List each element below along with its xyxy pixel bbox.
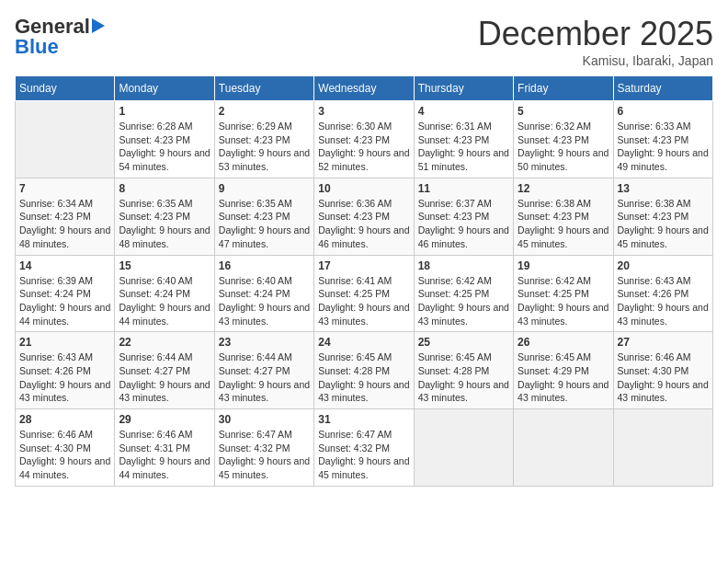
calendar-cell: 8Sunrise: 6:35 AMSunset: 4:23 PMDaylight… [115, 178, 214, 255]
calendar-cell: 14Sunrise: 6:39 AMSunset: 4:24 PMDayligh… [16, 255, 115, 332]
calendar-cell: 17Sunrise: 6:41 AMSunset: 4:25 PMDayligh… [314, 255, 414, 332]
calendar-cell: 20Sunrise: 6:43 AMSunset: 4:26 PMDayligh… [613, 255, 712, 332]
day-number: 15 [119, 259, 210, 272]
day-number: 21 [19, 336, 110, 349]
day-number: 29 [119, 413, 210, 426]
day-number: 26 [518, 336, 609, 349]
day-number: 30 [219, 413, 310, 426]
calendar-week-row: 28Sunrise: 6:46 AMSunset: 4:30 PMDayligh… [16, 409, 713, 487]
day-info: Sunrise: 6:38 AMSunset: 4:23 PMDaylight:… [518, 197, 609, 251]
day-number: 9 [219, 182, 310, 195]
day-number: 31 [318, 413, 409, 426]
day-info: Sunrise: 6:32 AMSunset: 4:23 PMDaylight:… [518, 120, 609, 174]
calendar-cell: 30Sunrise: 6:47 AMSunset: 4:32 PMDayligh… [214, 409, 313, 487]
month-title: December 2025 [478, 15, 713, 53]
calendar-cell: 26Sunrise: 6:45 AMSunset: 4:29 PMDayligh… [514, 332, 613, 409]
day-info: Sunrise: 6:47 AMSunset: 4:32 PMDaylight:… [219, 428, 310, 482]
calendar-cell: 15Sunrise: 6:40 AMSunset: 4:24 PMDayligh… [115, 255, 214, 332]
day-of-week-header: Wednesday [314, 76, 414, 101]
day-number: 24 [318, 336, 409, 349]
day-number: 16 [219, 259, 310, 272]
day-info: Sunrise: 6:45 AMSunset: 4:28 PMDaylight:… [318, 350, 409, 405]
day-info: Sunrise: 6:43 AMSunset: 4:26 PMDaylight:… [19, 350, 110, 405]
calendar-cell: 31Sunrise: 6:47 AMSunset: 4:32 PMDayligh… [314, 409, 414, 487]
day-number: 23 [219, 336, 310, 349]
day-number: 17 [318, 259, 409, 272]
day-info: Sunrise: 6:34 AMSunset: 4:23 PMDaylight:… [19, 197, 110, 251]
day-number: 5 [518, 105, 609, 118]
day-info: Sunrise: 6:40 AMSunset: 4:24 PMDaylight:… [119, 274, 210, 328]
day-info: Sunrise: 6:33 AMSunset: 4:23 PMDaylight:… [618, 120, 709, 174]
calendar-cell [16, 101, 115, 178]
day-number: 8 [119, 182, 210, 195]
day-info: Sunrise: 6:40 AMSunset: 4:24 PMDaylight:… [219, 274, 310, 328]
calendar-cell [613, 409, 712, 487]
calendar-cell: 12Sunrise: 6:38 AMSunset: 4:23 PMDayligh… [514, 178, 613, 255]
day-number: 2 [219, 105, 310, 118]
logo: General Blue [15, 15, 105, 59]
day-number: 13 [618, 182, 709, 195]
calendar-cell: 23Sunrise: 6:44 AMSunset: 4:27 PMDayligh… [214, 332, 313, 409]
day-number: 27 [618, 336, 709, 349]
calendar-cell: 10Sunrise: 6:36 AMSunset: 4:23 PMDayligh… [314, 178, 414, 255]
title-block: December 2025 Kamisu, Ibaraki, Japan [478, 15, 713, 68]
calendar-week-row: 14Sunrise: 6:39 AMSunset: 4:24 PMDayligh… [16, 255, 713, 332]
day-number: 25 [418, 336, 509, 349]
day-of-week-header: Tuesday [214, 76, 313, 101]
day-number: 22 [119, 336, 210, 349]
day-info: Sunrise: 6:39 AMSunset: 4:24 PMDaylight:… [19, 274, 110, 328]
day-info: Sunrise: 6:28 AMSunset: 4:23 PMDaylight:… [119, 120, 210, 174]
day-number: 4 [418, 105, 509, 118]
day-info: Sunrise: 6:45 AMSunset: 4:28 PMDaylight:… [418, 350, 509, 405]
day-info: Sunrise: 6:36 AMSunset: 4:23 PMDaylight:… [318, 197, 409, 251]
day-of-week-header: Saturday [613, 76, 712, 101]
day-number: 12 [518, 182, 609, 195]
calendar-cell [514, 409, 613, 487]
day-info: Sunrise: 6:42 AMSunset: 4:25 PMDaylight:… [418, 274, 509, 328]
day-of-week-header: Sunday [16, 76, 115, 101]
day-info: Sunrise: 6:43 AMSunset: 4:26 PMDaylight:… [618, 274, 709, 328]
day-of-week-header: Monday [115, 76, 214, 101]
day-info: Sunrise: 6:44 AMSunset: 4:27 PMDaylight:… [119, 350, 210, 405]
calendar-cell: 11Sunrise: 6:37 AMSunset: 4:23 PMDayligh… [414, 178, 513, 255]
day-info: Sunrise: 6:46 AMSunset: 4:31 PMDaylight:… [119, 428, 210, 482]
day-number: 14 [19, 259, 110, 272]
day-number: 3 [318, 105, 409, 118]
day-of-week-header: Friday [514, 76, 613, 101]
day-info: Sunrise: 6:47 AMSunset: 4:32 PMDaylight:… [318, 428, 409, 482]
day-number: 19 [518, 259, 609, 272]
calendar-cell: 1Sunrise: 6:28 AMSunset: 4:23 PMDaylight… [115, 101, 214, 178]
day-number: 7 [19, 182, 110, 195]
calendar-week-row: 21Sunrise: 6:43 AMSunset: 4:26 PMDayligh… [16, 332, 713, 409]
calendar-cell: 29Sunrise: 6:46 AMSunset: 4:31 PMDayligh… [115, 409, 214, 487]
day-info: Sunrise: 6:31 AMSunset: 4:23 PMDaylight:… [418, 120, 509, 174]
day-info: Sunrise: 6:45 AMSunset: 4:29 PMDaylight:… [518, 350, 609, 405]
calendar-cell: 16Sunrise: 6:40 AMSunset: 4:24 PMDayligh… [214, 255, 313, 332]
calendar-cell: 24Sunrise: 6:45 AMSunset: 4:28 PMDayligh… [314, 332, 414, 409]
calendar-cell: 6Sunrise: 6:33 AMSunset: 4:23 PMDaylight… [613, 101, 712, 178]
day-info: Sunrise: 6:38 AMSunset: 4:23 PMDaylight:… [618, 197, 709, 251]
day-info: Sunrise: 6:41 AMSunset: 4:25 PMDaylight:… [318, 274, 409, 328]
logo-blue-text: Blue [15, 35, 59, 58]
calendar-header-row: SundayMondayTuesdayWednesdayThursdayFrid… [16, 76, 713, 101]
day-of-week-header: Thursday [414, 76, 513, 101]
calendar-cell: 4Sunrise: 6:31 AMSunset: 4:23 PMDaylight… [414, 101, 513, 178]
day-number: 6 [618, 105, 709, 118]
calendar-cell: 5Sunrise: 6:32 AMSunset: 4:23 PMDaylight… [514, 101, 613, 178]
page-header: General Blue December 2025 Kamisu, Ibara… [15, 15, 713, 68]
day-info: Sunrise: 6:35 AMSunset: 4:23 PMDaylight:… [219, 197, 310, 251]
day-info: Sunrise: 6:46 AMSunset: 4:30 PMDaylight:… [19, 428, 110, 482]
calendar-cell: 9Sunrise: 6:35 AMSunset: 4:23 PMDaylight… [214, 178, 313, 255]
calendar-cell: 7Sunrise: 6:34 AMSunset: 4:23 PMDaylight… [16, 178, 115, 255]
logo-arrow-icon [92, 18, 105, 33]
day-number: 1 [119, 105, 210, 118]
location-subtitle: Kamisu, Ibaraki, Japan [478, 53, 713, 68]
calendar-cell: 22Sunrise: 6:44 AMSunset: 4:27 PMDayligh… [115, 332, 214, 409]
calendar-table: SundayMondayTuesdayWednesdayThursdayFrid… [15, 75, 713, 487]
day-info: Sunrise: 6:46 AMSunset: 4:30 PMDaylight:… [618, 350, 709, 405]
calendar-cell: 2Sunrise: 6:29 AMSunset: 4:23 PMDaylight… [214, 101, 313, 178]
calendar-cell: 18Sunrise: 6:42 AMSunset: 4:25 PMDayligh… [414, 255, 513, 332]
calendar-week-row: 7Sunrise: 6:34 AMSunset: 4:23 PMDaylight… [16, 178, 713, 255]
calendar-cell: 28Sunrise: 6:46 AMSunset: 4:30 PMDayligh… [16, 409, 115, 487]
day-number: 18 [418, 259, 509, 272]
